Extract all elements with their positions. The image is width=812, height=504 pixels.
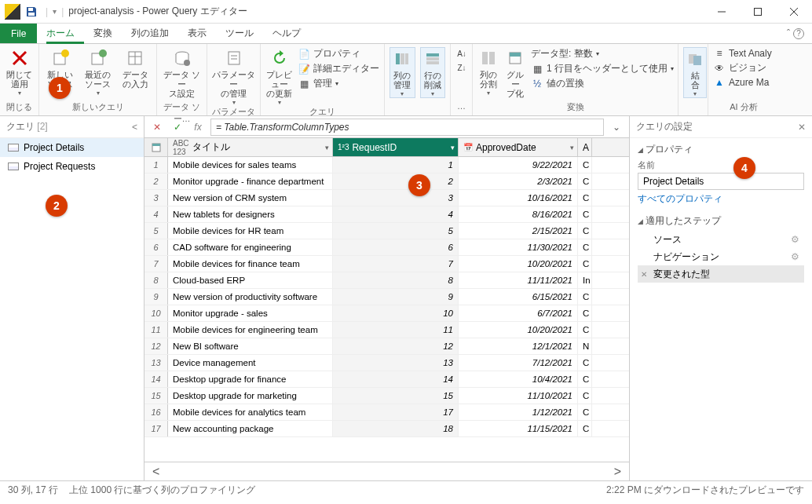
table-row[interactable]: 5Mobile devices for HR team52/15/2021C <box>144 223 629 239</box>
filter-icon[interactable]: ▾ <box>325 144 329 152</box>
fx-icon[interactable]: fx <box>190 119 206 135</box>
cell-approveddate[interactable]: 11/15/2021 <box>459 421 578 436</box>
cell-approveddate[interactable]: 2/3/2021 <box>459 173 578 189</box>
cell-requestid[interactable]: 5 <box>333 223 459 239</box>
column-header-requestid[interactable]: 1²3RequestID▾ <box>333 138 459 156</box>
table-row[interactable]: 16Mobile devices for analytics team171/1… <box>144 404 629 421</box>
cell-requestid[interactable]: 6 <box>333 239 459 255</box>
cell-title[interactable]: New tablets for designers <box>168 206 333 222</box>
advanced-editor-button[interactable]: 📝詳細エディター <box>298 62 379 75</box>
table-row[interactable]: 7Mobile devices for finance team710/20/2… <box>144 256 629 272</box>
save-icon[interactable] <box>25 5 38 18</box>
step-changed-type[interactable]: 変更された型 <box>638 265 804 283</box>
cell-title[interactable]: Device management <box>168 355 333 371</box>
table-row[interactable]: 17New accounting package1811/15/2021C <box>144 421 629 437</box>
azure-ml-button[interactable]: ▲Azure Ma <box>713 76 772 89</box>
cancel-formula-icon[interactable]: ✕ <box>149 119 165 135</box>
cell-overflow[interactable]: C <box>578 289 592 305</box>
tab-file[interactable]: File <box>0 24 37 43</box>
reduce-rows-button[interactable]: 行の 削減▾ <box>420 47 446 98</box>
table-row[interactable]: 1Mobile devices for sales teams19/22/202… <box>144 157 629 173</box>
cell-approveddate[interactable]: 6/7/2021 <box>459 305 578 321</box>
column-header-title[interactable]: ABC123タイトル▾ <box>168 138 333 156</box>
combine-button[interactable]: 結 合▾ <box>683 47 707 98</box>
cell-title[interactable]: New version of CRM system <box>168 190 333 206</box>
cell-overflow[interactable]: C <box>578 256 592 272</box>
properties-button[interactable]: 📄プロパティ <box>298 47 379 60</box>
cell-requestid[interactable]: 11 <box>333 322 459 338</box>
column-header-overflow[interactable]: A <box>578 138 592 156</box>
table-row[interactable]: 9New version of productivity software96/… <box>144 289 629 305</box>
expand-formula-icon[interactable]: ⌄ <box>609 122 624 133</box>
cell-title[interactable]: New version of productivity software <box>168 289 333 305</box>
table-row[interactable]: 12New BI software1212/1/2021N <box>144 338 629 355</box>
cell-approveddate[interactable]: 11/30/2021 <box>459 239 578 255</box>
manage-columns-button[interactable]: 列の 管理▾ <box>390 47 415 98</box>
cell-requestid[interactable]: 9 <box>333 289 459 305</box>
horizontal-scrollbar[interactable]: < > <box>144 462 629 480</box>
vision-button[interactable]: 👁ビジョン <box>713 61 772 75</box>
all-properties-link[interactable]: すべてのプロパティ <box>638 193 804 205</box>
cell-overflow[interactable]: C <box>578 157 592 173</box>
table-row[interactable]: 3New version of CRM system310/16/2021C <box>144 190 629 206</box>
tab-transform[interactable]: 変換 <box>84 24 122 43</box>
manage-parameters-button[interactable]: パラメーター の管理▾ <box>212 47 255 106</box>
text-analytics-button[interactable]: ≡Text Analy <box>713 47 772 60</box>
data-source-settings-button[interactable]: データ ソー ス設定 <box>162 47 202 98</box>
cell-overflow[interactable]: C <box>578 404 592 420</box>
query-item-project-details[interactable]: Project Details <box>0 138 144 157</box>
table-corner-button[interactable] <box>144 138 168 156</box>
cell-title[interactable]: Monitor upgrade - finance department <box>168 173 333 189</box>
cell-requestid[interactable]: 15 <box>333 388 459 404</box>
table-row[interactable]: 11Mobile devices for engineering team111… <box>144 322 629 338</box>
table-row[interactable]: 8Cloud-based ERP811/11/2021In <box>144 272 629 289</box>
cell-requestid[interactable]: 12 <box>333 338 459 354</box>
cell-overflow[interactable]: N <box>578 338 592 354</box>
cell-title[interactable]: CAD software for engineering <box>168 239 333 255</box>
cell-requestid[interactable]: 3 <box>333 190 459 206</box>
cell-overflow[interactable]: C <box>578 206 592 222</box>
cell-title[interactable]: Mobile devices for engineering team <box>168 322 333 338</box>
cell-overflow[interactable]: C <box>578 173 592 189</box>
properties-section-title[interactable]: プロパティ <box>638 143 804 156</box>
cell-overflow[interactable]: C <box>578 421 592 436</box>
cell-requestid[interactable]: 17 <box>333 404 459 420</box>
query-name-input[interactable] <box>638 173 804 190</box>
cell-overflow[interactable]: C <box>578 322 592 338</box>
cell-overflow[interactable]: C <box>578 190 592 206</box>
sort-desc-button[interactable]: Z↓ <box>455 61 468 74</box>
scroll-left-icon[interactable]: < <box>152 465 159 479</box>
cell-overflow[interactable]: C <box>578 305 592 321</box>
cell-approveddate[interactable]: 1/12/2021 <box>459 404 578 420</box>
close-settings-icon[interactable]: ✕ <box>798 122 806 133</box>
table-row[interactable]: 2Monitor upgrade - finance department22/… <box>144 173 629 190</box>
cell-requestid[interactable]: 13 <box>333 355 459 371</box>
cell-title[interactable]: Mobile devices for finance team <box>168 256 333 272</box>
table-row[interactable]: 6CAD software for engineering611/30/2021… <box>144 239 629 256</box>
cell-overflow[interactable]: C <box>578 239 592 255</box>
cell-overflow[interactable]: C <box>578 371 592 387</box>
filter-icon[interactable]: ▾ <box>570 144 574 152</box>
cell-approveddate[interactable]: 9/22/2021 <box>459 157 578 173</box>
cell-requestid[interactable]: 14 <box>333 371 459 387</box>
cell-title[interactable]: Cloud-based ERP <box>168 272 333 288</box>
cell-title[interactable]: Mobile devices for HR team <box>168 223 333 239</box>
collapse-ribbon-icon[interactable]: ˆ <box>787 28 790 39</box>
table-row[interactable]: 4New tablets for designers48/16/2021C <box>144 206 629 223</box>
cell-approveddate[interactable]: 8/16/2021 <box>459 206 578 222</box>
use-first-row-header-button[interactable]: ▦1 行目をヘッダーとして使用▾ <box>531 62 674 75</box>
cell-overflow[interactable]: C <box>578 388 592 404</box>
split-column-button[interactable]: 列の 分割▾ <box>477 47 499 97</box>
cell-title[interactable]: Mobile devices for sales teams <box>168 157 333 173</box>
group-by-button[interactable]: グルー プ化 <box>504 47 526 98</box>
table-row[interactable]: 15Desktop upgrade for marketing1511/10/2… <box>144 388 629 404</box>
cell-overflow[interactable]: C <box>578 355 592 371</box>
cell-requestid[interactable]: 1 <box>333 157 459 173</box>
cell-requestid[interactable]: 2 <box>333 173 459 189</box>
cell-approveddate[interactable]: 10/20/2021 <box>459 256 578 272</box>
cell-title[interactable]: Desktop upgrade for finance <box>168 371 333 387</box>
cell-approveddate[interactable]: 11/10/2021 <box>459 388 578 404</box>
filter-icon[interactable]: ▾ <box>451 144 455 152</box>
cell-requestid[interactable]: 4 <box>333 206 459 222</box>
replace-values-button[interactable]: ½値の置換 <box>531 77 674 90</box>
